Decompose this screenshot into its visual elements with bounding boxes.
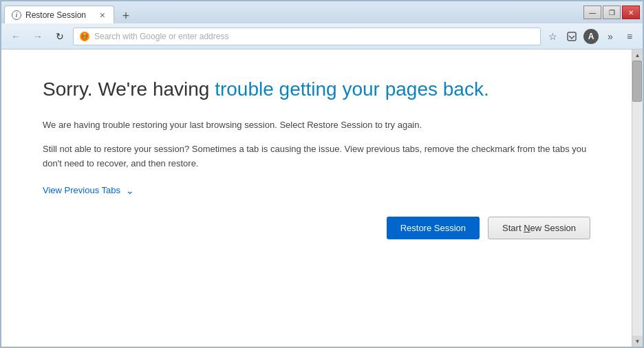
scroll-down-arrow[interactable]: ▼ xyxy=(632,336,643,347)
heading-highlight: trouble getting your pages back. xyxy=(215,78,489,100)
firefox-logo-icon xyxy=(79,31,90,42)
tab-title: Restore Session xyxy=(25,10,94,20)
tabs-area: i Restore Session × + xyxy=(4,1,583,23)
account-avatar[interactable]: A xyxy=(583,29,599,44)
scroll-thumb[interactable] xyxy=(632,61,642,102)
scroll-track[interactable] xyxy=(632,61,643,336)
restore-button[interactable]: ❐ xyxy=(603,6,621,19)
action-buttons: Restore Session Start New Session xyxy=(43,217,590,239)
page-content: Sorry. We're having trouble getting your… xyxy=(1,50,632,347)
tab-icon: i xyxy=(12,10,21,20)
tab-close-button[interactable]: × xyxy=(98,10,107,20)
chevron-down-icon[interactable]: ⌄ xyxy=(126,185,134,196)
minimize-button[interactable]: — xyxy=(583,6,601,19)
forward-button[interactable]: → xyxy=(29,28,47,45)
address-bar[interactable]: Search with Google or enter address xyxy=(73,28,541,45)
menu-button[interactable]: ≡ xyxy=(622,29,637,44)
view-previous-tabs-link[interactable]: View Previous Tabs xyxy=(43,185,120,195)
new-tab-button[interactable]: + xyxy=(117,8,135,23)
overflow-button[interactable]: » xyxy=(603,29,618,44)
reload-button[interactable]: ↻ xyxy=(51,28,69,45)
scrollbar[interactable]: ▲ ▼ xyxy=(632,50,643,347)
bookmark-star-icon[interactable]: ☆ xyxy=(545,29,560,44)
browser-window: i Restore Session × + — ❐ ✕ ← → ↻ Searc xyxy=(0,0,644,348)
window-controls: — ❐ ✕ xyxy=(583,6,640,19)
pocket-icon[interactable] xyxy=(564,29,579,44)
close-button[interactable]: ✕ xyxy=(622,6,640,19)
restore-session-button[interactable]: Restore Session xyxy=(387,217,480,239)
nav-icons-group: ☆ A » ≡ xyxy=(545,29,637,44)
start-new-session-button[interactable]: Start New Session xyxy=(488,217,590,239)
active-tab[interactable]: i Restore Session × xyxy=(4,6,114,23)
titlebar: i Restore Session × + — ❐ ✕ xyxy=(1,1,643,23)
back-button[interactable]: ← xyxy=(7,28,25,45)
address-placeholder: Search with Google or enter address xyxy=(94,32,228,41)
main-heading: Sorry. We're having trouble getting your… xyxy=(43,77,590,102)
scroll-up-arrow[interactable]: ▲ xyxy=(632,50,643,61)
navigation-bar: ← → ↻ Search with Google or enter addres… xyxy=(1,23,643,50)
paragraph-2: Still not able to restore your session? … xyxy=(43,142,590,171)
svg-point-1 xyxy=(83,34,87,39)
underlined-n: N xyxy=(524,223,530,233)
view-previous-tabs-section: View Previous Tabs ⌄ xyxy=(43,185,590,196)
svg-rect-2 xyxy=(568,32,576,41)
content-wrapper: Sorry. We're having trouble getting your… xyxy=(1,50,643,347)
paragraph-1: We are having trouble restoring your las… xyxy=(43,118,590,133)
